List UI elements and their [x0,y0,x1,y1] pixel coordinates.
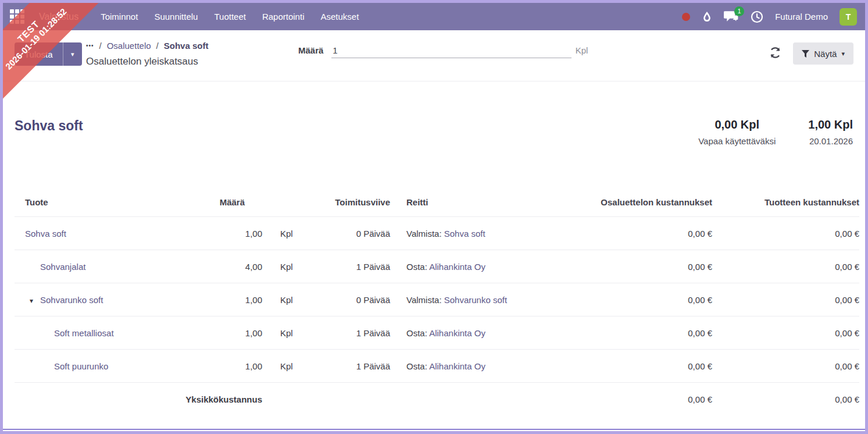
lead-time-cell: 1 Päivää [320,350,390,383]
app-window: Valmistus Toiminnot Suunnittelu Tuotteet… [0,0,868,434]
avatar[interactable]: T [840,8,857,26]
route-cell: Osta: Alihankinta Oy [390,350,567,383]
unit-cell: Kpl [262,250,320,283]
col-header-unit [262,189,320,217]
route-link[interactable]: Sohvarunko soft [444,295,507,305]
nav-item-toiminnot[interactable]: Toiminnot [95,8,144,25]
bom-cost-cell: 0,00 € [567,250,712,283]
product-link[interactable]: Soft metalliosat [54,328,114,338]
breadcrumb: ••• / Osaluettelo / Sohva soft [86,38,208,52]
refresh-icon [769,47,781,59]
nav-item-raportointi[interactable]: Raportointi [256,8,310,25]
col-header-lead: Toimitusviive [320,189,390,217]
top-navbar: Valmistus Toiminnot Suunnittelu Tuotteet… [3,3,865,30]
route-cell: Osta: Alihankinta Oy [390,250,567,283]
col-header-bom-cost: Osaluettelon kustannukset [567,189,712,217]
col-header-product: Tuote [15,189,206,217]
bottom-divider [3,429,865,430]
table-footer-row: Yksikkökustannus 0,00 € 0,00 € [15,383,859,416]
unit-cell: Kpl [262,283,320,316]
user-menu[interactable]: Futural Demo [775,12,828,22]
app-name[interactable]: Valmistus [39,12,78,22]
quantity-label: Määrä [298,45,323,55]
print-split-button: Tulosta ▾ [15,42,82,66]
nav-item-tuotteet[interactable]: Tuotteet [208,8,251,25]
table-header-row: Tuote Määrä Toimitusviive Reitti Osaluet… [15,189,859,217]
route-link[interactable]: Alihankinta Oy [429,361,485,371]
col-header-product-cost: Tuotteen kustannukset [712,189,859,217]
table-row: Sohva soft 1,00 Kpl 0 Päivää Valmista: S… [15,217,859,250]
product-cost-cell: 0,00 € [712,217,859,250]
apps-grid-icon[interactable] [10,9,25,24]
quantity-input[interactable] [331,44,571,58]
droplet-icon[interactable] [702,11,712,23]
nav-item-suunnittelu[interactable]: Suunnittelu [148,8,203,25]
route-cell: Valmista: Sohvarunko soft [390,283,567,316]
show-caret-icon: ▾ [841,50,845,58]
control-panel: Tulosta ▾ ••• / Osaluettelo / Sohva soft… [3,30,865,81]
table-row: Soft metalliosat 1,00 Kpl 1 Päivää Osta:… [15,316,859,350]
recording-indicator-icon [682,13,690,21]
show-button-label: Näytä [814,49,837,59]
stat-forecast-label: 20.01.2026 [808,136,853,146]
footer-bom-cost-cell: 0,00 € [567,383,712,416]
unit-cell: Kpl [262,350,320,383]
stat-forecast: 1,00 Kpl 20.01.2026 [808,118,853,146]
lead-time-cell: 1 Päivää [320,250,390,283]
route-link[interactable]: Alihankinta Oy [429,262,485,272]
stat-available-label: Vapaa käytettäväksi [698,136,776,146]
activity-clock-icon[interactable] [751,10,763,23]
table-row: Sohvanjalat 4,00 Kpl 1 Päivää Osta: Alih… [15,250,859,283]
product-cost-cell: 0,00 € [712,316,859,350]
stat-available: 0,00 Kpl Vapaa käytettäväksi [698,118,776,146]
breadcrumb-link-osaluettelo[interactable]: Osaluettelo [107,41,151,51]
unit-cost-label: Yksikkökustannus [15,383,262,416]
breadcrumb-collapsed-icon[interactable]: ••• [86,42,94,49]
qty-cell: 1,00 [206,283,262,316]
message-count-badge: 1 [734,6,744,16]
route-cell: Valmista: Sohva soft [390,217,567,250]
col-header-route: Reitti [390,189,567,217]
route-cell: Osta: Alihankinta Oy [390,316,567,350]
qty-cell: 1,00 [206,350,262,383]
footer-product-cost-cell: 0,00 € [712,383,859,416]
bom-cost-cell: 0,00 € [567,350,712,383]
qty-cell: 1,00 [206,217,262,250]
product-link[interactable]: Soft puurunko [54,361,108,371]
product-cost-cell: 0,00 € [712,283,859,316]
refresh-button[interactable] [768,45,783,62]
table-row: Soft puurunko 1,00 Kpl 1 Päivää Osta: Al… [15,350,859,383]
breadcrumb-separator: / [156,41,159,51]
lead-time-cell: 0 Päivää [320,283,390,316]
unit-cell: Kpl [262,217,320,250]
lead-time-cell: 1 Päivää [320,316,390,350]
route-link[interactable]: Alihankinta Oy [429,328,485,338]
route-link[interactable]: Sohva soft [444,229,485,239]
breadcrumb-separator: / [99,41,102,51]
breadcrumb-current: Sohva soft [164,41,209,51]
table-row: ▾Sohvarunko soft 1,00 Kpl 0 Päivää Valmi… [15,283,859,316]
main-menu: Toiminnot Suunnittelu Tuotteet Raportoin… [95,8,365,25]
product-link[interactable]: Sohvarunko soft [40,295,103,305]
quantity-field: Määrä Kpl [298,44,571,58]
print-dropdown-caret-icon[interactable]: ▾ [63,42,82,66]
unit-cell: Kpl [262,316,320,350]
messages-button[interactable]: 1 [724,10,739,23]
nav-item-asetukset[interactable]: Asetukset [315,8,365,25]
col-header-qty: Määrä [206,189,262,217]
quantity-unit: Kpl [576,45,588,55]
stat-forecast-value: 1,00 Kpl [808,118,853,131]
product-link[interactable]: Sohva soft [25,229,66,239]
show-filter-button[interactable]: Näytä ▾ [793,42,853,65]
print-button[interactable]: Tulosta [15,42,63,66]
bom-overview-table: Tuote Määrä Toimitusviive Reitti Osaluet… [15,189,859,416]
expand-caret-icon[interactable]: ▾ [30,297,40,305]
product-cost-cell: 0,00 € [712,250,859,283]
product-link[interactable]: Sohvanjalat [40,262,85,272]
bom-cost-cell: 0,00 € [567,283,712,316]
qty-cell: 4,00 [206,250,262,283]
page-title: Sohva soft [15,118,83,134]
view-subtitle: Osaluettelon yleiskatsaus [86,56,208,67]
filter-funnel-icon [802,50,809,58]
bom-cost-cell: 0,00 € [567,217,712,250]
